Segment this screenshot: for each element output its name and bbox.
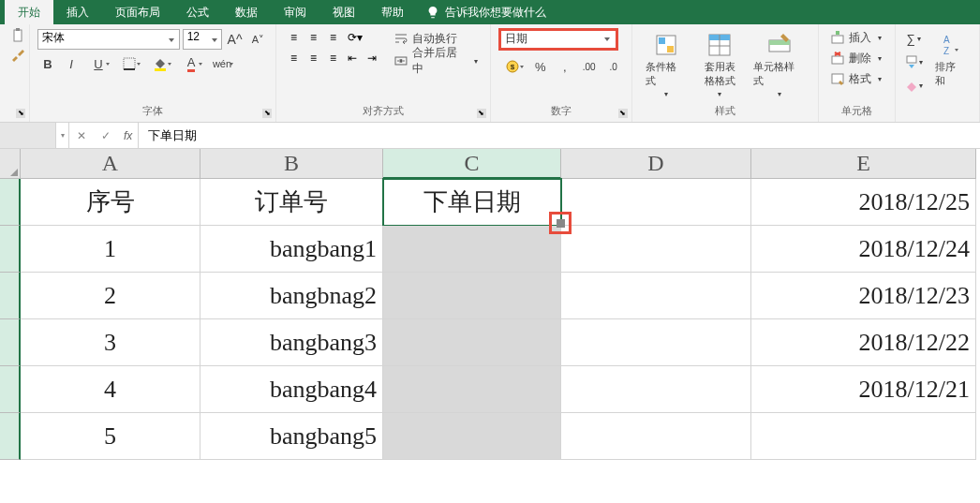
row-header[interactable]: [0, 319, 21, 366]
cell-b4[interactable]: bangbang3: [200, 319, 383, 366]
cell-d6[interactable]: [561, 413, 751, 460]
name-box[interactable]: [0, 123, 56, 148]
align-bottom-button[interactable]: ≡: [323, 28, 342, 47]
align-center-button[interactable]: ≡: [304, 49, 322, 67]
bold-button[interactable]: B: [37, 53, 58, 74]
insert-cells-button[interactable]: 插入▾: [826, 28, 887, 47]
column-header-c[interactable]: C: [383, 149, 561, 179]
align-middle-button[interactable]: ≡: [304, 28, 322, 47]
cell-c6[interactable]: [383, 413, 561, 460]
increase-font-button[interactable]: A^: [225, 29, 245, 50]
column-header-d[interactable]: D: [561, 149, 751, 179]
row-header[interactable]: [0, 413, 21, 460]
format-cells-button[interactable]: 格式▾: [826, 69, 887, 88]
cell-d5[interactable]: [561, 366, 751, 413]
increase-decimal-button[interactable]: .00: [579, 56, 600, 77]
name-box-drop[interactable]: ▾: [56, 123, 69, 148]
orientation-button[interactable]: ⟳▾: [343, 28, 367, 47]
font-color-button[interactable]: A: [177, 53, 205, 74]
cell-e5[interactable]: 2018/12/21: [751, 366, 976, 413]
cell-c1[interactable]: 下单日期: [383, 179, 561, 226]
percent-button[interactable]: %: [530, 56, 551, 77]
cell-c5[interactable]: [383, 366, 561, 413]
menu-formulas[interactable]: 公式: [173, 0, 222, 25]
fill-button[interactable]: ▾: [903, 52, 924, 72]
menu-view[interactable]: 视图: [319, 0, 368, 25]
fill-color-button[interactable]: [146, 53, 174, 74]
align-left-button[interactable]: ≡: [284, 49, 303, 67]
cell-c4[interactable]: [383, 319, 561, 366]
cell-d3[interactable]: [561, 273, 751, 319]
font-size-select[interactable]: 12: [183, 29, 222, 50]
autosum-button[interactable]: ∑▾: [903, 28, 924, 49]
cell-e1[interactable]: 2018/12/25: [751, 179, 976, 226]
decrease-font-button[interactable]: A˅: [247, 29, 268, 50]
cell-a2[interactable]: 1: [21, 226, 200, 273]
menu-help[interactable]: 帮助: [368, 0, 417, 25]
cell-c3[interactable]: [383, 273, 561, 319]
comma-button[interactable]: ,: [555, 56, 575, 77]
cell-a4[interactable]: 3: [21, 319, 200, 366]
formula-input[interactable]: [139, 128, 980, 142]
decrease-indent-button[interactable]: ⇤: [343, 49, 362, 67]
cell-e2[interactable]: 2018/12/24: [751, 226, 976, 273]
cell-d4[interactable]: [561, 319, 751, 366]
menu-data[interactable]: 数据: [222, 0, 271, 25]
row-header[interactable]: [0, 226, 21, 273]
paste-button[interactable]: [7, 28, 28, 94]
cell-d1[interactable]: [561, 179, 751, 226]
menu-insert[interactable]: 插入: [53, 0, 102, 25]
align-top-button[interactable]: ≡: [284, 28, 303, 47]
accept-formula-button[interactable]: ✓: [94, 123, 118, 148]
cell-c2[interactable]: [383, 226, 561, 273]
cell-a1[interactable]: 序号: [21, 179, 200, 226]
cell-a5[interactable]: 4: [21, 366, 200, 413]
cancel-formula-button[interactable]: ✕: [69, 123, 94, 148]
select-all-button[interactable]: [0, 149, 21, 179]
font-family-select[interactable]: 宋体: [37, 29, 180, 50]
italic-button[interactable]: I: [61, 53, 82, 74]
cell-b2[interactable]: bangbang1: [200, 226, 383, 273]
cell-b6[interactable]: bangbang5: [200, 413, 383, 460]
align-launcher[interactable]: ⬊: [477, 109, 486, 118]
underline-button[interactable]: U: [84, 53, 112, 74]
sort-filter-button[interactable]: AZ 排序和: [929, 28, 972, 120]
tell-me-search[interactable]: 告诉我你想要做什么: [426, 5, 546, 21]
column-header-e[interactable]: E: [751, 149, 976, 179]
menu-home[interactable]: 开始: [5, 0, 53, 25]
currency-button[interactable]: $: [498, 56, 527, 77]
row-header[interactable]: [0, 179, 21, 226]
cell-a3[interactable]: 2: [21, 273, 200, 319]
menu-review[interactable]: 审阅: [271, 0, 319, 25]
format-table-button[interactable]: 套用表格格式 ▾: [693, 28, 746, 102]
cell-styles-button[interactable]: 单元格样式 ▾: [748, 28, 810, 102]
row-header[interactable]: [0, 366, 21, 413]
column-header-b[interactable]: B: [200, 149, 383, 179]
conditional-format-button[interactable]: 条件格式 ▾: [640, 28, 692, 102]
font-launcher[interactable]: ⬊: [262, 109, 272, 118]
clipboard-launcher[interactable]: ⬊: [16, 109, 25, 118]
number-format-select[interactable]: 日期: [498, 28, 618, 51]
cell-e4[interactable]: 2018/12/22: [751, 319, 976, 366]
cell-a6[interactable]: 5: [21, 413, 200, 460]
align-right-button[interactable]: ≡: [323, 49, 342, 67]
merge-center-button[interactable]: 合并后居中 ▾: [389, 51, 483, 71]
clear-button[interactable]: ▾: [903, 75, 924, 96]
delete-cells-button[interactable]: 删除▾: [826, 49, 887, 67]
cell-d2[interactable]: [561, 226, 751, 273]
cell-b5[interactable]: bangbang4: [200, 366, 383, 413]
number-launcher[interactable]: ⬊: [618, 109, 628, 118]
phonetic-button[interactable]: wén: [208, 53, 236, 74]
fill-handle[interactable]: [549, 212, 572, 234]
border-button[interactable]: [115, 53, 143, 74]
cell-b1[interactable]: 订单号: [200, 179, 383, 226]
column-header-a[interactable]: A: [21, 149, 200, 179]
cell-e6[interactable]: [751, 413, 976, 460]
decrease-decimal-button[interactable]: .0: [603, 56, 624, 77]
increase-indent-button[interactable]: ⇥: [363, 49, 381, 67]
cell-e3[interactable]: 2018/12/23: [751, 273, 976, 319]
row-header[interactable]: [0, 273, 21, 319]
menu-page-layout[interactable]: 页面布局: [102, 0, 173, 25]
cell-b3[interactable]: bangbnag2: [200, 273, 383, 319]
fx-label[interactable]: fx: [118, 123, 139, 148]
